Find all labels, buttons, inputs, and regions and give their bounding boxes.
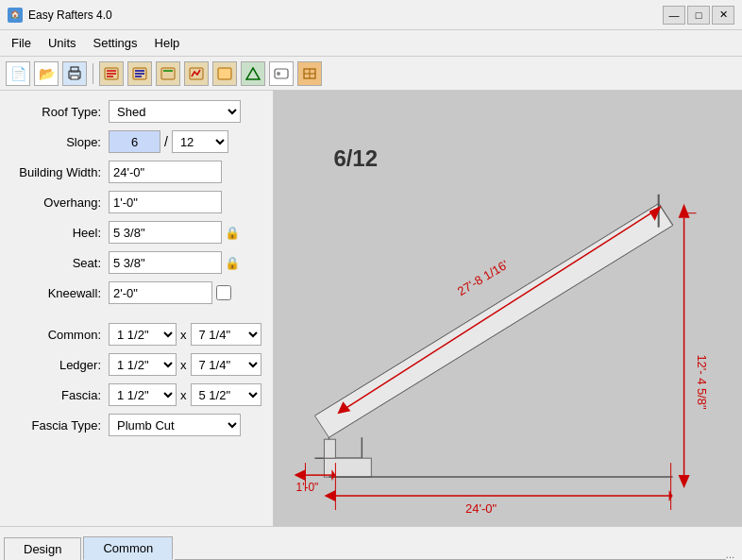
svg-text:24'-0": 24'-0" (465, 501, 497, 516)
menu-file[interactable]: File (4, 33, 39, 53)
fraction-slash: / (162, 134, 170, 149)
common-height-select[interactable]: 7 1/4" 5 1/2" 9 1/4" (191, 323, 261, 346)
fascia-x: x (178, 388, 189, 402)
tab-common[interactable]: Common (83, 536, 173, 560)
heel-label: Heel: (9, 226, 109, 240)
fascia-width-select[interactable]: 1 1/2" 3 1/2" (109, 383, 177, 406)
seat-label: Seat: (9, 256, 109, 270)
kneewall-row: Kneewall: (9, 281, 263, 304)
main-content: Roof Type: Shed Gable Hip Valley Slope: … (0, 91, 742, 526)
slope-numerator-input[interactable] (109, 130, 160, 153)
ledger-row: Ledger: 1 1/2" 3 1/2" x 7 1/4" 5 1/2" 9 … (9, 353, 263, 376)
svg-rect-14 (218, 68, 231, 79)
svg-text:6/12: 6/12 (333, 145, 378, 171)
fascia-type-label: Fascia Type: (9, 418, 109, 433)
roof-type-select[interactable]: Shed Gable Hip Valley (109, 100, 241, 123)
menu-settings[interactable]: Settings (86, 33, 145, 53)
toolbar-btn-7[interactable] (269, 61, 294, 86)
common-label: Common: (9, 328, 109, 342)
heel-input[interactable] (109, 221, 222, 244)
status-text: ... (726, 549, 738, 560)
slope-denominator-select[interactable]: 12 6 4 (172, 130, 228, 153)
overhang-row: Overhang: (9, 191, 263, 213)
diagram-svg: 6/12 (274, 91, 742, 526)
fascia-label: Fascia: (9, 388, 109, 402)
seat-input[interactable] (109, 251, 222, 274)
title-bar-controls: — □ ✕ (663, 6, 734, 25)
overhang-input[interactable] (109, 191, 222, 213)
slope-label: Slope: (9, 135, 109, 149)
tab-bar: Design Common ... (0, 526, 742, 560)
svg-rect-2 (71, 76, 78, 79)
tab-design[interactable]: Design (4, 537, 81, 560)
toolbar-btn-6[interactable] (241, 61, 265, 86)
diagram-panel: 6/12 (274, 91, 742, 526)
toolbar-print[interactable] (62, 61, 87, 86)
left-panel: Roof Type: Shed Gable Hip Valley Slope: … (0, 91, 274, 526)
fascia-height-select[interactable]: 5 1/2" 7 1/4" 9 1/4" (191, 383, 261, 406)
minimize-button[interactable]: — (663, 6, 685, 25)
svg-point-17 (277, 72, 280, 76)
fascia-row: Fascia: 1 1/2" 3 1/2" x 5 1/2" 7 1/4" 9 … (9, 383, 263, 406)
toolbar-btn-8[interactable] (297, 61, 322, 86)
roof-type-label: Roof Type: (9, 105, 109, 119)
ledger-x: x (178, 358, 189, 372)
kneewall-checkbox[interactable] (216, 285, 231, 300)
seat-row: Seat: 🔒 (9, 251, 263, 274)
ledger-height-select[interactable]: 7 1/4" 5 1/2" 9 1/4" (191, 353, 261, 376)
menu-help[interactable]: Help (147, 33, 188, 53)
title-bar: 🏠 Easy Rafters 4.0 — □ ✕ (0, 0, 742, 30)
toolbar-new[interactable]: 📄 (6, 61, 30, 86)
maximize-button[interactable]: □ (687, 6, 710, 25)
fascia-lumber: 1 1/2" 3 1/2" x 5 1/2" 7 1/4" 9 1/4" (109, 383, 261, 406)
close-button[interactable]: ✕ (712, 6, 734, 25)
svg-rect-31 (324, 458, 371, 477)
svg-rect-11 (161, 68, 175, 79)
app-title: Easy Rafters 4.0 (28, 8, 112, 22)
toolbar-sep-1 (93, 63, 93, 84)
toolbar-btn-4[interactable] (184, 61, 209, 86)
svg-marker-15 (246, 68, 260, 79)
building-width-row: Building Width: (9, 161, 263, 183)
common-lumber: 1 1/2" 3 1/2" x 7 1/4" 5 1/2" 9 1/4" (109, 323, 261, 346)
ledger-lumber: 1 1/2" 3 1/2" x 7 1/4" 5 1/2" 9 1/4" (109, 353, 261, 376)
ledger-width-select[interactable]: 1 1/2" 3 1/2" (109, 353, 177, 376)
common-row: Common: 1 1/2" 3 1/2" x 7 1/4" 5 1/2" 9 … (9, 323, 263, 346)
heel-lock-icon[interactable]: 🔒 (224, 224, 241, 241)
svg-rect-32 (324, 439, 335, 458)
seat-lock-icon[interactable]: 🔒 (224, 254, 241, 271)
toolbar-btn-3[interactable] (156, 61, 180, 86)
toolbar: 📄 📂 (0, 57, 742, 91)
fascia-type-select[interactable]: Plumb Cut Square Cut None (109, 414, 241, 436)
toolbar-btn-5[interactable] (212, 61, 237, 86)
overhang-label: Overhang: (9, 195, 109, 210)
menu-units[interactable]: Units (41, 33, 84, 53)
common-width-select[interactable]: 1 1/2" 3 1/2" (109, 323, 177, 346)
building-width-label: Building Width: (9, 165, 109, 179)
slope-row: Slope: / 12 6 4 (9, 130, 263, 153)
roof-type-row: Roof Type: Shed Gable Hip Valley (9, 100, 263, 123)
kneewall-input[interactable] (109, 281, 212, 304)
fascia-type-row: Fascia Type: Plumb Cut Square Cut None (9, 414, 263, 436)
heel-row: Heel: 🔒 (9, 221, 263, 244)
menu-bar: File Units Settings Help (0, 30, 742, 57)
title-bar-left: 🏠 Easy Rafters 4.0 (8, 8, 112, 23)
svg-text:1'-0": 1'-0" (295, 481, 318, 494)
app-icon-text: 🏠 (10, 10, 20, 19)
common-x: x (178, 328, 189, 342)
kneewall-label: Kneewall: (9, 286, 109, 300)
svg-text:12'- 4 5/8": 12'- 4 5/8" (695, 354, 709, 410)
building-width-input[interactable] (109, 161, 222, 183)
ledger-label: Ledger: (9, 358, 109, 372)
app-icon: 🏠 (8, 8, 23, 23)
slope-fraction: / 12 6 4 (109, 130, 228, 153)
toolbar-btn-1[interactable] (99, 61, 124, 86)
toolbar-btn-2[interactable] (127, 61, 152, 86)
toolbar-open[interactable]: 📂 (34, 61, 59, 86)
